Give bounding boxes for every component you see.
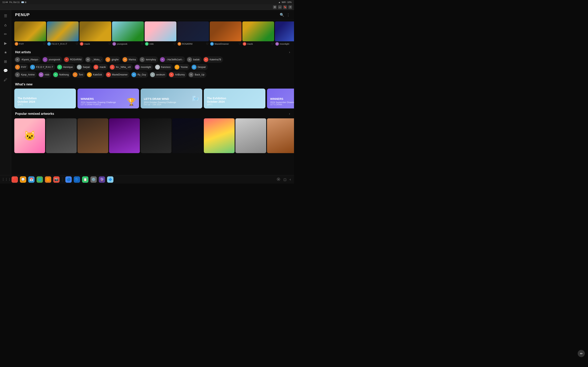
artist-chip[interactable]: K -Kiyomi_Always- — [14, 56, 41, 63]
artwork-card[interactable]: y youngsook ♡ — [112, 21, 144, 46]
artist-chip[interactable]: P P.HY — [14, 64, 28, 70]
news-card-winners-1[interactable]: WINNERS 2024 September Drawing Challenge… — [77, 89, 139, 108]
artwork-card[interactable]: R ROSARINI ♡ — [177, 21, 209, 46]
artist-chip[interactable]: R Ry_Guy — [131, 72, 148, 78]
remix-card[interactable] — [235, 118, 266, 153]
taskbar-app-1[interactable]: 🟥 — [11, 176, 18, 183]
hot-artists-arrow[interactable]: › — [289, 50, 290, 54]
artist-chip[interactable]: A ArtBunny — [168, 72, 187, 78]
nav-menu-button[interactable]: ⦿ — [277, 177, 280, 182]
remix-card[interactable] — [141, 118, 171, 153]
taskbar-app-settings[interactable]: ⚙️ — [90, 176, 97, 183]
artist-chip[interactable]: T Toni — [72, 72, 85, 78]
search-button[interactable]: 🔍 — [280, 13, 284, 17]
taskbar-app-sky[interactable]: 🔷 — [107, 176, 113, 183]
taskbar-app-2[interactable]: 💬 — [20, 176, 26, 183]
artist-chip[interactable]: D Despair — [191, 64, 208, 70]
main-content[interactable]: PENUP 🔍 ⋮ P P.HY ♡ — [11, 10, 294, 175]
popular-remixed-arrow[interactable]: › — [289, 112, 290, 116]
like-button[interactable]: ♡ — [141, 42, 143, 45]
minimize-button[interactable]: — — [278, 5, 282, 9]
taskbar-app-5[interactable]: 🟠 — [45, 176, 51, 183]
remix-card[interactable] — [46, 118, 77, 153]
like-button[interactable]: ♡ — [239, 42, 241, 45]
sidebar-item-pen[interactable]: 🖊 — [2, 76, 9, 84]
taskbar-app-arc[interactable]: 🔮 — [99, 176, 105, 183]
news-card-exhibition-1[interactable]: The ExhibitionOctober 2024 @AT1 — [14, 89, 76, 108]
artwork-card[interactable]: P P.HY ♡ — [14, 21, 46, 46]
close-button[interactable]: ✕ — [288, 5, 292, 9]
artist-chip[interactable]: m macik — [93, 64, 108, 70]
remix-card[interactable] — [109, 118, 140, 153]
artist-chip[interactable]: s seoleum — [149, 72, 167, 78]
artwork-card[interactable]: m moonlight ♡ — [275, 21, 294, 46]
more-button[interactable]: ⋮ — [286, 13, 290, 17]
artist-chip[interactable]: g gioghe — [105, 56, 121, 63]
artist-chip[interactable]: H Henrique — [56, 64, 75, 70]
sidebar-item-grid[interactable]: ⊞ — [2, 58, 9, 66]
artwork-user: F F.E.D.Y_R.H.I.T — [47, 42, 67, 46]
remix-image — [77, 118, 108, 153]
artist-chip[interactable]: M Marina — [122, 56, 138, 63]
taskbar-app-arrow[interactable]: 🔵 — [65, 176, 72, 183]
remix-card[interactable] — [267, 118, 294, 153]
taskbar-app-grid[interactable]: ⋮⋮⋮ — [3, 176, 9, 183]
artist-chip[interactable]: K Kpop_Anime — [14, 72, 37, 78]
artist-chip[interactable]: K KateSok — [86, 72, 104, 78]
like-button[interactable]: ♡ — [43, 42, 46, 45]
like-button[interactable]: ♡ — [173, 42, 176, 45]
sidebar-item-star[interactable]: ★ — [2, 49, 9, 56]
sidebar-item-comment[interactable]: 💬 — [2, 67, 9, 75]
artist-chip[interactable]: X Xx-_NiNa_-xX — [109, 64, 133, 70]
artist-chip[interactable]: B Back_Up — [188, 72, 206, 78]
artwork-card[interactable]: m macik ♡ — [79, 21, 111, 46]
sidebar-item-brush[interactable]: ✏ — [2, 30, 9, 38]
nav-back-button[interactable]: ‹ — [290, 177, 291, 182]
taskbar-app-3[interactable]: 📅 — [28, 176, 34, 183]
artwork-footer: m mbb ♡ — [145, 41, 176, 46]
artist-chip[interactable]: Y Yoonie — [174, 64, 190, 70]
artist-chip[interactable]: K Katerina78 — [203, 56, 223, 63]
artist-avatar: T — [73, 72, 77, 77]
grid-button[interactable]: ⊞ — [273, 5, 277, 9]
taskbar-app-blue[interactable]: 🔵 — [74, 176, 80, 183]
artist-chip[interactable]: f francisco — [154, 64, 173, 70]
username: moonlight — [280, 43, 289, 45]
taskbar-app-green[interactable]: 📋 — [82, 176, 88, 183]
like-button[interactable]: ♡ — [108, 42, 111, 45]
artist-chip[interactable]: N Nokhong — [52, 72, 71, 78]
artist-chip[interactable]: R ROSARINI — [63, 56, 84, 63]
avatar: P — [15, 42, 18, 46]
remix-card[interactable]: 🐱 — [14, 118, 45, 153]
like-button[interactable]: ♡ — [206, 42, 209, 45]
artist-chip[interactable]: m moonlight — [134, 64, 153, 70]
artist-chip[interactable]: M -_Moka_- — [85, 56, 104, 63]
like-button[interactable]: ♡ — [271, 42, 274, 45]
sidebar-item-video[interactable]: ▶ — [2, 39, 9, 47]
news-card-exhibition-2[interactable]: The ExhibitionOctober 2024 @AT1 — [204, 89, 265, 108]
artist-chip[interactable]: F F.E.D.Y_R.H.I.T — [29, 64, 55, 70]
artist-chip[interactable]: S Sarpal — [76, 64, 92, 70]
news-card-winners-2[interactable]: WINNERS 2024 September Drawing Challenge… — [267, 89, 294, 108]
sidebar-item-home[interactable]: ⌂ — [2, 21, 9, 29]
remix-card[interactable] — [77, 118, 108, 153]
artwork-card[interactable]: M MavieDreamer ♡ — [210, 21, 242, 46]
nav-home-button[interactable]: ◻ — [284, 177, 286, 182]
taskbar-app-4[interactable]: 🌐 — [37, 176, 43, 183]
artist-chip[interactable]: y youngsook — [42, 56, 62, 63]
artwork-card[interactable]: m mbb ♡ — [145, 21, 176, 46]
sidebar-item-menu[interactable]: ☰ — [2, 12, 9, 20]
bookmark-button[interactable]: 🔖 — [283, 5, 287, 9]
artwork-card[interactable]: F F.E.D.Y_R.H.I.T ♡ — [47, 21, 79, 46]
artwork-card[interactable]: m macik ♡ — [242, 21, 274, 46]
like-button[interactable]: ♡ — [76, 42, 78, 45]
remix-card[interactable] — [204, 118, 235, 153]
artist-chip[interactable]: b badak — [186, 56, 202, 63]
artist-chip[interactable]: H -.Har3eMs1wA.- — [159, 56, 185, 63]
artist-chip[interactable]: k kennyboy — [139, 56, 158, 63]
artist-chip[interactable]: M MavieDreamer — [105, 72, 130, 78]
artist-chip[interactable]: m mbb — [38, 72, 51, 78]
remix-card[interactable] — [172, 118, 203, 153]
news-card-wind[interactable]: LET'S DRAW WIND 2024 October Drawing Cha… — [141, 89, 202, 108]
taskbar-app-6[interactable]: 📷 — [53, 176, 59, 183]
